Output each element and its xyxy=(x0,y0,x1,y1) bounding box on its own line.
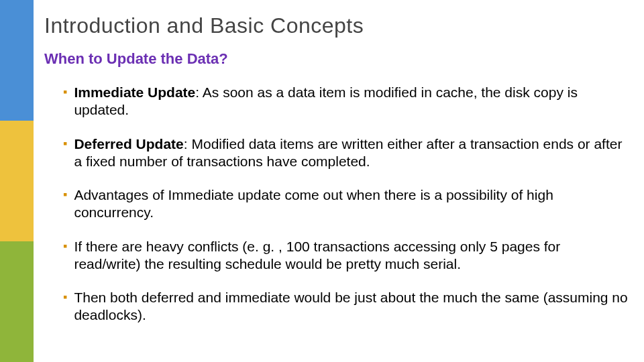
bullet-item: ▪ Deferred Update: Modified data items a… xyxy=(63,135,628,171)
page-subtitle: When to Update the Data? xyxy=(44,50,628,68)
bullet-text: Then both deferred and immediate would b… xyxy=(74,289,628,324)
accent-seg-3 xyxy=(0,241,34,362)
bullet-list: ▪ Immediate Update: As soon as a data it… xyxy=(63,84,628,324)
page-title: Introduction and Basic Concepts xyxy=(44,13,628,38)
bullet-mark-icon: ▪ xyxy=(63,135,67,171)
bullet-strong: Immediate Update xyxy=(74,84,195,100)
bullet-text: Advantages of Immediate update come out … xyxy=(74,186,628,222)
bullet-item: ▪ If there are heavy conflicts (e. g. , … xyxy=(63,238,628,274)
bullet-mark-icon: ▪ xyxy=(63,186,67,222)
bullet-sep: : xyxy=(195,84,203,100)
accent-seg-2 xyxy=(0,121,34,241)
bullet-item: ▪ Advantages of Immediate update come ou… xyxy=(63,186,628,222)
bullet-rest: If there are heavy conflicts (e. g. , 10… xyxy=(74,239,560,272)
bullet-strong: Deferred Update xyxy=(74,136,183,152)
bullet-text: If there are heavy conflicts (e. g. , 10… xyxy=(74,238,628,274)
accent-sidebar xyxy=(0,0,34,362)
bullet-text: Deferred Update: Modified data items are… xyxy=(74,135,628,171)
bullet-sep: : xyxy=(184,136,192,152)
bullet-rest: Then both deferred and immediate would b… xyxy=(74,290,627,322)
bullet-mark-icon: ▪ xyxy=(63,84,67,119)
content-area: Introduction and Basic Concepts When to … xyxy=(44,13,628,341)
slide: Introduction and Basic Concepts When to … xyxy=(0,0,644,362)
accent-seg-1 xyxy=(0,0,34,121)
bullet-rest: Advantages of Immediate update come out … xyxy=(74,187,553,220)
bullet-mark-icon: ▪ xyxy=(63,289,67,324)
bullet-item: ▪ Immediate Update: As soon as a data it… xyxy=(63,84,628,119)
bullet-mark-icon: ▪ xyxy=(63,238,67,274)
bullet-item: ▪ Then both deferred and immediate would… xyxy=(63,289,628,324)
bullet-text: Immediate Update: As soon as a data item… xyxy=(74,84,628,119)
